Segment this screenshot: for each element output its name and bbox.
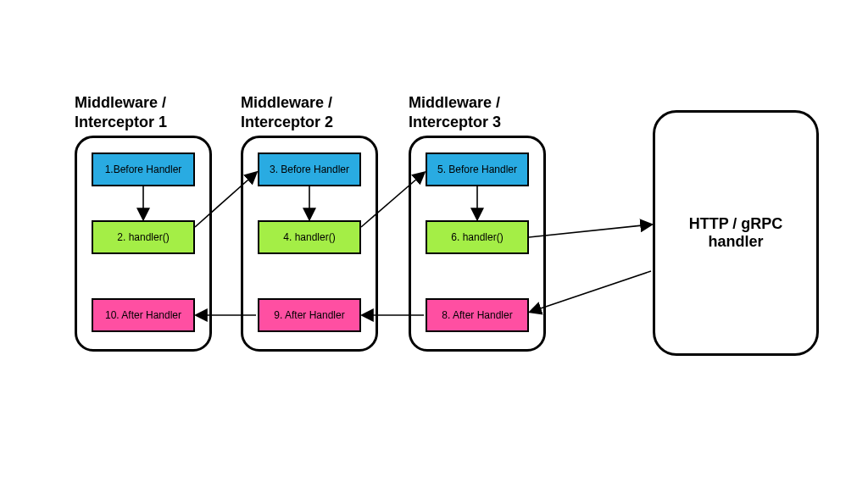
mw2-after-handler-box: 9. After Handler (258, 298, 361, 332)
mw3-before-handler-box: 5. Before Handler (426, 152, 529, 186)
mw1-after-handler-box: 10. After Handler (92, 298, 195, 332)
middleware-3-title: Middleware / Interceptor 3 (409, 93, 501, 131)
mw2-before-handler-box: 3. Before Handler (258, 152, 361, 186)
mw1-handler-box: 2. handler() (92, 220, 195, 254)
http-grpc-handler-box: HTTP / gRPC handler (653, 110, 819, 356)
mw3-handler-box: 6. handler() (426, 220, 529, 254)
middleware-1-title: Middleware / Interceptor 1 (75, 93, 167, 131)
middleware-2-title: Middleware / Interceptor 2 (241, 93, 333, 131)
mw1-before-handler-box: 1.Before Handler (92, 152, 195, 186)
mw2-handler-box: 4. handler() (258, 220, 361, 254)
arrow-mw3-handler-to-final (529, 225, 651, 237)
arrow-final-to-mw3-after (531, 271, 651, 312)
mw3-after-handler-box: 8. After Handler (426, 298, 529, 332)
diagram-canvas: Middleware / Interceptor 1 Middleware / … (0, 0, 868, 488)
